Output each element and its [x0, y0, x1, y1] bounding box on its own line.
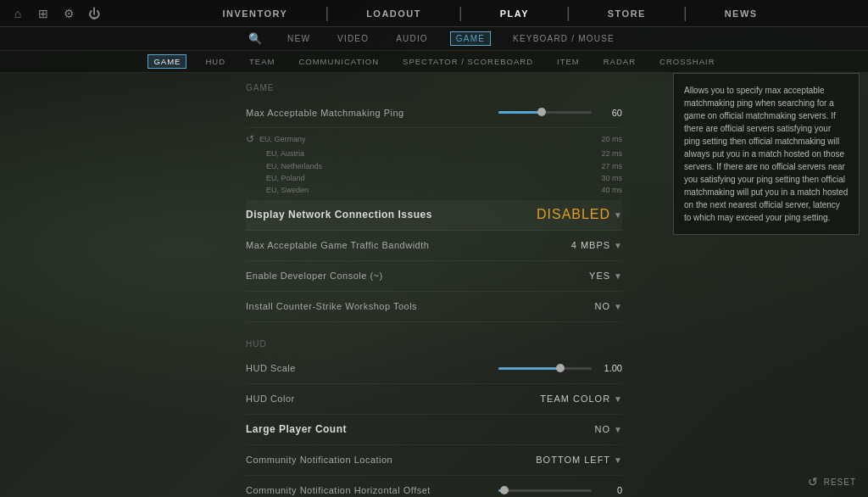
workshop-dropdown[interactable]: NO ▼	[595, 301, 622, 311]
server-row-0: ↺ EU, Germany 20 ms	[246, 131, 622, 148]
setting-ping: Max Acceptable Matchmaking Ping 60	[246, 98, 622, 128]
notif-offset-slider-thumb[interactable]	[500, 486, 509, 494]
main-nav: INVENTORY | LOADOUT | PLAY | STORE | NEW…	[112, 4, 868, 22]
tab-radar[interactable]: Radar	[598, 55, 641, 68]
server-ping-list: ↺ EU, Germany 20 ms EU, Austria 22 ms EU…	[246, 131, 622, 197]
nav-store[interactable]: STORE	[604, 8, 649, 19]
tab-game[interactable]: Game	[147, 54, 186, 69]
nav-icons-group: ⌂ ⊞ ⚙ ⏻	[0, 6, 112, 21]
chevron-down-icon: ▼	[614, 210, 622, 220]
hud-scale-label: HUD Scale	[246, 363, 296, 373]
chevron-down-icon-6: ▼	[614, 425, 622, 434]
hud-color-value: TEAM COLOR	[540, 394, 610, 404]
reset-button[interactable]: ↺ RESET	[808, 475, 856, 489]
hud-scale-slider-thumb[interactable]	[556, 364, 565, 372]
nav-loadout[interactable]: LOADOUT	[363, 8, 425, 19]
setting-workshop[interactable]: Install Counter-Strike Workshop Tools NO…	[246, 292, 622, 322]
dev-console-dropdown[interactable]: YES ▼	[589, 271, 622, 281]
hud-scale-slider-container: 1.00	[498, 363, 622, 373]
setting-notif-location[interactable]: Community Notification Location BOTTOM L…	[246, 445, 622, 476]
home-icon[interactable]: ⌂	[10, 6, 25, 21]
tab-item[interactable]: Item	[552, 55, 585, 68]
large-player-label: Large Player Count	[246, 423, 347, 435]
reset-label: RESET	[824, 477, 856, 487]
gear-icon[interactable]: ⚙	[61, 6, 76, 21]
chevron-down-icon-4: ▼	[614, 302, 622, 311]
hud-scale-value: 1.00	[598, 363, 622, 373]
server-ms-2: 27 ms	[597, 160, 622, 172]
tooltip-box: Allows you to specify max acceptable mat…	[673, 73, 860, 235]
server-ms-4: 40 ms	[597, 184, 622, 196]
nav-audio[interactable]: Audio	[391, 32, 433, 45]
tab-crosshair[interactable]: Crosshair	[654, 55, 720, 68]
network-issues-value: DISABLED	[537, 207, 610, 222]
nav-keyboard-mouse[interactable]: Keyboard / Mouse	[508, 32, 620, 45]
top-navigation: ⌂ ⊞ ⚙ ⏻ INVENTORY | LOADOUT | PLAY | STO…	[0, 0, 868, 27]
server-name-1: EU, Austria	[266, 148, 592, 159]
workshop-label: Install Counter-Strike Workshop Tools	[246, 301, 417, 311]
notif-location-label: Community Notification Location	[246, 455, 392, 465]
inventory-icon[interactable]: ⊞	[36, 6, 51, 21]
tab-team[interactable]: Team	[244, 55, 280, 68]
nav-play[interactable]: PLAY	[497, 8, 532, 19]
chevron-down-icon-3: ▼	[614, 271, 622, 281]
nav-news[interactable]: NEWS	[721, 8, 761, 19]
hud-scale-slider-fill	[498, 367, 559, 370]
notif-location-value: BOTTOM LEFT	[536, 455, 610, 465]
setting-hud-scale: HUD Scale 1.00	[246, 354, 622, 384]
power-icon[interactable]: ⏻	[86, 6, 102, 21]
notif-offset-slider-container: 0	[498, 485, 622, 495]
notif-offset-slider-track[interactable]	[498, 489, 592, 492]
notif-offset-label: Community Notification Horizontal Offset	[246, 485, 431, 495]
setting-bandwidth[interactable]: Max Acceptable Game Traffic Bandwidth 4 …	[246, 231, 622, 261]
server-name-2: EU, Netherlands	[266, 160, 592, 172]
tab-navigation: Game HUD Team Communication Spectator / …	[0, 51, 868, 73]
setting-notif-offset: Community Notification Horizontal Offset…	[246, 476, 622, 497]
chevron-down-icon-7: ▼	[614, 455, 622, 465]
refresh-icon: ↺	[246, 131, 254, 148]
server-ms-1: 22 ms	[597, 148, 622, 159]
ping-slider-fill	[498, 111, 541, 114]
ping-slider-container: 60	[498, 108, 622, 118]
setting-network-issues[interactable]: Display Network Connection Issues DISABL…	[246, 200, 622, 231]
server-name-4: EU, Sweden	[266, 184, 592, 196]
bandwidth-label: Max Acceptable Game Traffic Bandwidth	[246, 240, 429, 250]
tooltip-text: Allows you to specify max acceptable mat…	[684, 86, 848, 222]
server-row-1: EU, Austria 22 ms	[246, 148, 622, 159]
nav-video[interactable]: Video	[332, 32, 374, 45]
setting-large-player[interactable]: Large Player Count NO ▼	[246, 415, 622, 445]
hud-color-label: HUD Color	[246, 394, 295, 404]
hud-scale-slider-track[interactable]	[498, 367, 592, 370]
tab-hud[interactable]: HUD	[200, 55, 231, 68]
ping-slider-track[interactable]	[498, 111, 592, 114]
search-icon[interactable]: 🔍	[248, 32, 262, 45]
workshop-value: NO	[595, 301, 611, 311]
network-issues-dropdown[interactable]: DISABLED ▼	[537, 207, 622, 222]
bandwidth-dropdown[interactable]: 4 MBPS ▼	[571, 240, 622, 250]
server-row-2: EU, Netherlands 27 ms	[246, 160, 622, 172]
hud-color-dropdown[interactable]: TEAM COLOR ▼	[540, 394, 622, 404]
nav-new[interactable]: New	[282, 32, 315, 45]
ping-slider-thumb[interactable]	[537, 108, 546, 116]
notif-location-dropdown[interactable]: BOTTOM LEFT ▼	[536, 455, 622, 465]
network-issues-label: Display Network Connection Issues	[246, 209, 432, 221]
dev-console-value: YES	[589, 271, 610, 281]
large-player-value: NO	[595, 424, 611, 434]
dev-console-label: Enable Developer Console (~)	[246, 271, 383, 281]
chevron-down-icon-2: ▼	[614, 241, 622, 250]
tab-spectator-scoreboard[interactable]: Spectator / Scoreboard	[398, 55, 538, 68]
nav-game[interactable]: Game	[450, 31, 491, 46]
tab-communication[interactable]: Communication	[293, 55, 384, 68]
reset-icon: ↺	[808, 475, 819, 489]
setting-dev-console[interactable]: Enable Developer Console (~) YES ▼	[246, 261, 622, 292]
large-player-dropdown[interactable]: NO ▼	[595, 424, 622, 434]
nav-inventory[interactable]: INVENTORY	[219, 8, 291, 19]
setting-hud-color[interactable]: HUD Color TEAM COLOR ▼	[246, 384, 622, 415]
server-ms-0: 20 ms	[597, 133, 622, 145]
chevron-down-icon-5: ▼	[614, 394, 622, 404]
server-row-4: EU, Sweden 40 ms	[246, 184, 622, 196]
notif-offset-value: 0	[598, 485, 622, 495]
server-row-3: EU, Poland 30 ms	[246, 172, 622, 184]
settings-navigation: 🔍 New Video Audio Game Keyboard / Mouse	[0, 27, 868, 51]
hud-section-header: Hud	[246, 339, 622, 349]
